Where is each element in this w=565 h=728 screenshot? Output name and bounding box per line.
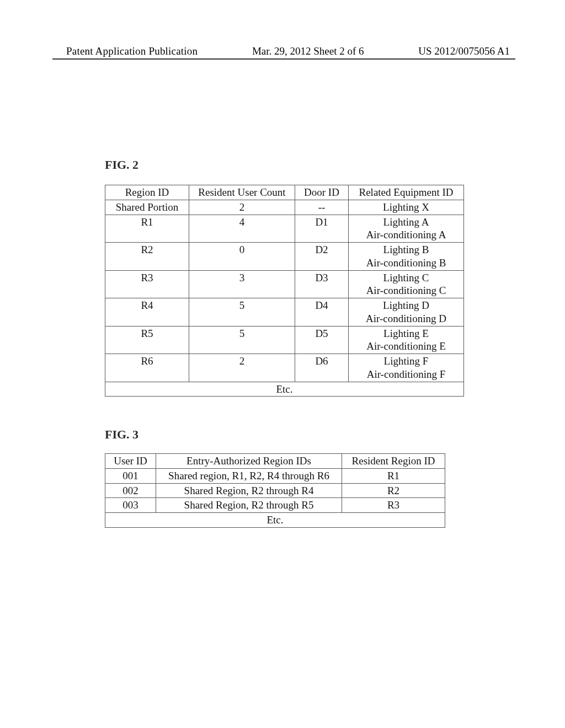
table-row: R2 0 D2 Lighting B Air-conditioning B	[105, 243, 464, 271]
table-row: 002 Shared Region, R2 through R4 R2	[105, 483, 445, 498]
cell-count: 2	[189, 200, 295, 215]
cell-door: D2	[295, 243, 349, 271]
cell-count: 0	[189, 243, 295, 271]
cell-equip: Lighting E Air-conditioning E	[349, 326, 464, 354]
cell-count: 2	[189, 354, 295, 382]
cell-equip: Lighting B Air-conditioning B	[349, 243, 464, 271]
cell-etc: Etc.	[105, 382, 464, 397]
cell-auth: Shared region, R1, R2, R4 through R6	[156, 468, 342, 483]
cell-region: R4	[105, 298, 189, 326]
cell-door: D3	[295, 270, 349, 298]
cell-equip: Lighting A Air-conditioning A	[349, 215, 464, 243]
cell-count: 5	[189, 298, 295, 326]
cell-region: R5	[105, 326, 189, 354]
col-header-region: Region ID	[105, 185, 189, 200]
table-row: R6 2 D6 Lighting F Air-conditioning F	[105, 354, 464, 382]
cell-region: R2	[105, 243, 189, 271]
table-etc-row: Etc.	[105, 513, 445, 528]
table-row: R1 4 D1 Lighting A Air-conditioning A	[105, 215, 464, 243]
cell-res: R3	[342, 498, 445, 513]
cell-region: R3	[105, 270, 189, 298]
cell-auth: Shared Region, R2 through R4	[156, 483, 342, 498]
cell-door: D4	[295, 298, 349, 326]
header-middle: Mar. 29, 2012 Sheet 2 of 6	[252, 45, 364, 57]
table-etc-row: Etc.	[105, 382, 464, 397]
cell-res: R1	[342, 468, 445, 483]
page: Patent Application Publication Mar. 29, …	[0, 0, 565, 728]
cell-count: 4	[189, 215, 295, 243]
header-rule	[52, 58, 515, 60]
fig3-table: User ID Entry-Authorized Region IDs Resi…	[105, 453, 445, 528]
fig3-label: FIG. 3	[105, 427, 138, 442]
fig2-table: Region ID Resident User Count Door ID Re…	[105, 185, 464, 397]
cell-auth: Shared Region, R2 through R5	[156, 498, 342, 513]
page-header: Patent Application Publication Mar. 29, …	[0, 45, 565, 57]
cell-count: 5	[189, 326, 295, 354]
cell-uid: 003	[105, 498, 156, 513]
col-header-uid: User ID	[105, 454, 156, 469]
cell-door: --	[295, 200, 349, 215]
header-left: Patent Application Publication	[66, 45, 198, 57]
cell-region: R6	[105, 354, 189, 382]
table-row: R4 5 D4 Lighting D Air-conditioning D	[105, 298, 464, 326]
cell-equip: Lighting C Air-conditioning C	[349, 270, 464, 298]
cell-count: 3	[189, 270, 295, 298]
cell-uid: 001	[105, 468, 156, 483]
col-header-door: Door ID	[295, 185, 349, 200]
table-row: 001 Shared region, R1, R2, R4 through R6…	[105, 468, 445, 483]
cell-equip: Lighting X	[349, 200, 464, 215]
table-row: R5 5 D5 Lighting E Air-conditioning E	[105, 326, 464, 354]
table-header-row: Region ID Resident User Count Door ID Re…	[105, 185, 464, 200]
cell-etc: Etc.	[105, 513, 445, 528]
cell-res: R2	[342, 483, 445, 498]
col-header-equip: Related Equipment ID	[349, 185, 464, 200]
cell-region: R1	[105, 215, 189, 243]
table-row: 003 Shared Region, R2 through R5 R3	[105, 498, 445, 513]
cell-door: D1	[295, 215, 349, 243]
table-header-row: User ID Entry-Authorized Region IDs Resi…	[105, 454, 445, 469]
cell-equip: Lighting D Air-conditioning D	[349, 298, 464, 326]
fig2-label: FIG. 2	[105, 158, 138, 172]
cell-equip: Lighting F Air-conditioning F	[349, 354, 464, 382]
table-row: R3 3 D3 Lighting C Air-conditioning C	[105, 270, 464, 298]
cell-door: D5	[295, 326, 349, 354]
col-header-res: Resident Region ID	[342, 454, 445, 469]
cell-door: D6	[295, 354, 349, 382]
cell-uid: 002	[105, 483, 156, 498]
col-header-count: Resident User Count	[189, 185, 295, 200]
table-row: Shared Portion 2 -- Lighting X	[105, 200, 464, 215]
header-right: US 2012/0075056 A1	[418, 45, 510, 57]
cell-region: Shared Portion	[105, 200, 189, 215]
col-header-auth: Entry-Authorized Region IDs	[156, 454, 342, 469]
